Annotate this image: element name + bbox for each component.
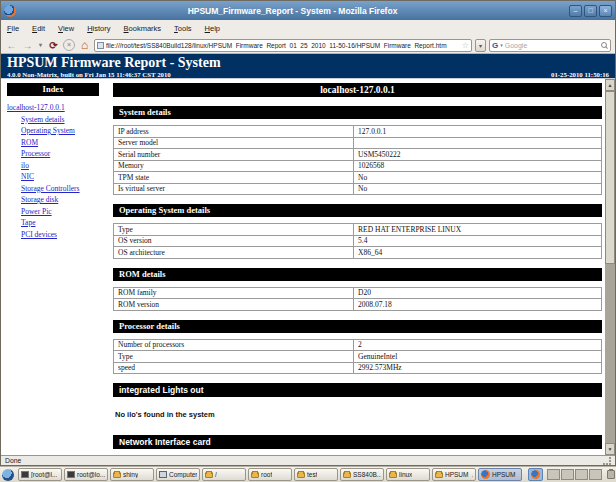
taskbar-panel: [root@l...root@lo...shinyComputer/rootte… xyxy=(0,466,616,482)
menu-tools[interactable]: Tools xyxy=(174,24,192,33)
table-row: TypeRED HAT ENTERPRISE LINUX xyxy=(114,224,602,236)
row-label: TPM state xyxy=(114,172,354,184)
menu-history[interactable]: History xyxy=(87,24,110,33)
table-row: Is virtual serverNo xyxy=(114,183,602,195)
task-button-linux[interactable]: linux xyxy=(386,468,430,481)
url-dropdown-button[interactable]: ▾ xyxy=(475,39,486,52)
workspace-1[interactable] xyxy=(547,469,560,480)
row-label: Is virtual server xyxy=(114,183,354,195)
task-button-ss840b[interactable]: SS840B... xyxy=(340,468,384,481)
history-dropdown-icon[interactable]: ▾ xyxy=(37,39,44,52)
home-icon[interactable]: ⌂ xyxy=(78,39,91,52)
resize-grip[interactable] xyxy=(603,457,611,465)
scroll-down-icon[interactable]: ▼ xyxy=(605,443,615,455)
folder-icon xyxy=(389,472,397,478)
report-sections: System detailsIP address127.0.0.1Server … xyxy=(113,106,602,455)
index-link-operating-system[interactable]: Operating System xyxy=(7,125,109,137)
task-label: [root@l... xyxy=(31,471,57,478)
forward-icon[interactable]: → xyxy=(21,39,34,52)
row-value: 127.0.0.1 xyxy=(354,126,602,138)
nav-toolbar: ← → ▾ ⟳ × ⌂ file:///root/test/SS840Build… xyxy=(1,37,615,54)
stop-icon[interactable]: × xyxy=(63,39,75,51)
status-text: Done xyxy=(5,457,603,464)
firefox-tray-button[interactable] xyxy=(528,468,543,481)
search-icon[interactable] xyxy=(601,42,608,49)
table-row: Number of processors2 xyxy=(114,339,602,351)
row-label: Serial number xyxy=(114,149,354,161)
menu-file[interactable]: File xyxy=(7,24,19,33)
row-label: OS architecture xyxy=(114,247,354,259)
index-link-nic[interactable]: NIC xyxy=(7,171,109,183)
page-favicon xyxy=(97,42,104,49)
host-banner: localhost-127.0.0.1 xyxy=(113,83,602,97)
task-button-root[interactable]: root xyxy=(248,468,292,481)
vertical-scrollbar[interactable]: ▲ ▼ xyxy=(605,79,615,455)
row-label: OS version xyxy=(114,235,354,247)
table-row: OS version5.4 xyxy=(114,235,602,247)
menu-view[interactable]: View xyxy=(58,24,74,33)
folder-icon xyxy=(297,472,305,478)
index-link-processor[interactable]: Processor xyxy=(7,148,109,160)
task-label: shiny xyxy=(123,471,138,478)
workspace-4[interactable] xyxy=(589,469,602,480)
task-button-item[interactable]: / xyxy=(202,468,246,481)
search-input[interactable]: Google xyxy=(505,42,599,49)
row-value: No xyxy=(354,172,602,184)
bookmark-star-icon[interactable]: ☆ xyxy=(462,41,469,50)
scrollbar-thumb[interactable] xyxy=(605,91,615,264)
index-link-system-details[interactable]: System details xyxy=(7,114,109,126)
terminal-icon xyxy=(67,471,75,478)
menu-edit[interactable]: Edit xyxy=(32,24,45,33)
task-label: / xyxy=(215,471,217,478)
task-button-root-l[interactable]: [root@l... xyxy=(18,468,62,481)
task-button-shiny[interactable]: shiny xyxy=(110,468,154,481)
table-row: TPM stateNo xyxy=(114,172,602,184)
close-button[interactable]: × xyxy=(599,5,612,17)
task-button-test[interactable]: test xyxy=(294,468,338,481)
task-button-root-lo[interactable]: root@lo... xyxy=(64,468,108,481)
index-link-tape[interactable]: Tape xyxy=(7,217,109,229)
trash-icon[interactable] xyxy=(607,470,615,479)
folder-icon xyxy=(113,472,121,478)
google-icon[interactable]: G xyxy=(492,41,498,50)
panel-app-icon[interactable] xyxy=(2,469,14,481)
minimize-button[interactable]: – xyxy=(569,5,582,17)
table-row: Memory1026568 xyxy=(114,160,602,172)
table-row: speed2992.573MHz xyxy=(114,362,602,374)
menu-help[interactable]: Help xyxy=(205,24,220,33)
report-main: localhost-127.0.0.1 System detailsIP add… xyxy=(109,79,605,455)
table-row: ROM familyD20 xyxy=(114,287,602,299)
workspace-3[interactable] xyxy=(575,469,588,480)
window-controls: – □ × xyxy=(569,5,612,17)
url-bar[interactable]: file:///root/test/SS840Build128/linux/HP… xyxy=(94,39,472,52)
workspace-2[interactable] xyxy=(561,469,574,480)
index-link-localhost-127-0-0-1[interactable]: localhost-127.0.0.1 xyxy=(7,102,109,114)
menu-bookmarks[interactable]: Bookmarks xyxy=(124,24,162,33)
table-row: TypeGenuineIntel xyxy=(114,351,602,363)
search-engine-dropdown-icon[interactable]: ▾ xyxy=(500,42,503,48)
url-text[interactable]: file:///root/test/SS840Build128/linux/HP… xyxy=(106,42,460,49)
titlebar[interactable]: HPSUM_Firmware_Report - System - Mozilla… xyxy=(1,1,615,20)
task-button-computer[interactable]: Computer xyxy=(156,468,200,481)
back-icon[interactable]: ← xyxy=(5,39,18,52)
folder-icon xyxy=(251,472,259,478)
index-link-storage-controllers[interactable]: Storage Controllers xyxy=(7,183,109,195)
row-label: Number of processors xyxy=(114,339,354,351)
row-label: Type xyxy=(114,224,354,236)
table-row: Server model xyxy=(114,137,602,149)
reload-icon[interactable]: ⟳ xyxy=(47,39,60,52)
index-link-power-pic[interactable]: Power Pic xyxy=(7,206,109,218)
task-button-hpsum[interactable]: HPSUM_... xyxy=(478,468,522,481)
section-message: No ilo's found in the system xyxy=(115,410,602,419)
scroll-up-icon[interactable]: ▲ xyxy=(605,79,615,91)
row-label: IP address xyxy=(114,126,354,138)
maximize-button[interactable]: □ xyxy=(584,5,597,17)
index-link-storage-disk[interactable]: Storage disk xyxy=(7,194,109,206)
index-link-ilo[interactable]: ilo xyxy=(7,160,109,172)
section-table-processor-details: Number of processors2TypeGenuineIntelspe… xyxy=(113,339,602,375)
task-button-hpsum[interactable]: HPSUM_... xyxy=(432,468,476,481)
index-link-pci-devices[interactable]: PCI devices xyxy=(7,229,109,241)
computer-icon xyxy=(159,471,167,478)
index-link-rom[interactable]: ROM xyxy=(7,137,109,149)
search-box[interactable]: G ▾ Google xyxy=(489,39,611,52)
